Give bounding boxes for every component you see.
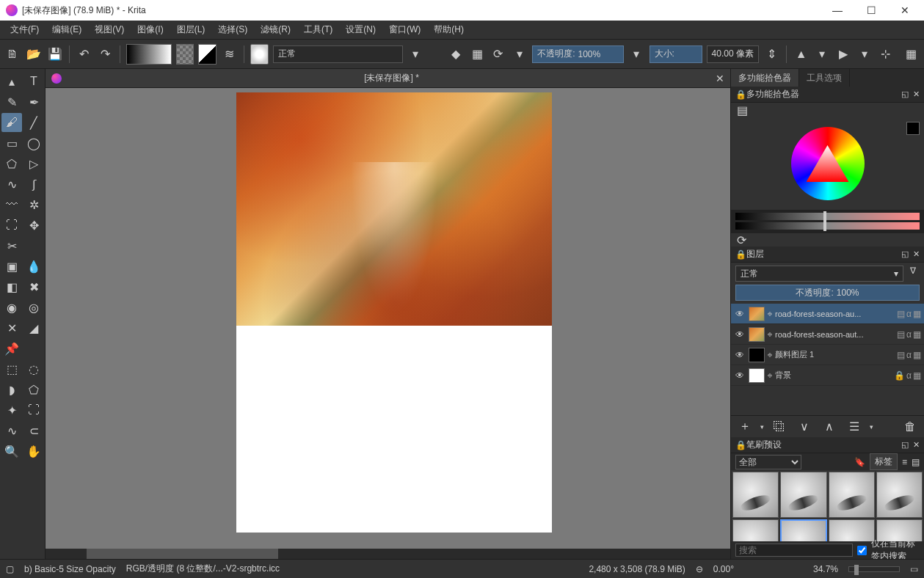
layer-props-icon[interactable]: ▤ bbox=[897, 309, 905, 319]
brush-category-select[interactable]: 全部 bbox=[735, 455, 801, 469]
smart-patch-tool[interactable]: ◉ bbox=[1, 298, 22, 317]
minimize-button[interactable]: — bbox=[827, 4, 848, 16]
tab-tool-options[interactable]: 工具选项 bbox=[799, 69, 850, 87]
menu-select[interactable]: 选择(S) bbox=[212, 21, 253, 38]
workspace-button[interactable]: ▦ bbox=[903, 45, 920, 64]
mirror-v-button[interactable]: ▶ bbox=[835, 45, 852, 64]
save-file-button[interactable]: 💾 bbox=[47, 45, 64, 64]
text-tool[interactable]: T bbox=[23, 72, 44, 91]
tag-label[interactable]: 标签 bbox=[870, 453, 898, 470]
zoom-slider[interactable] bbox=[848, 566, 900, 572]
new-file-button[interactable]: 🗎 bbox=[4, 45, 21, 64]
layer-name[interactable]: road-forest-season-au... bbox=[775, 310, 894, 318]
rotate-icon[interactable]: ⊖ bbox=[696, 564, 703, 574]
brush-preset[interactable] bbox=[876, 472, 923, 518]
menu-filter[interactable]: 滤镜(R) bbox=[255, 21, 297, 38]
mirror-h-button[interactable]: ▲ bbox=[793, 45, 810, 64]
redo-button[interactable]: ↷ bbox=[97, 45, 114, 64]
float-layers-icon[interactable]: ◱ bbox=[901, 249, 909, 259]
size-arrows-icon[interactable]: ⇕ bbox=[763, 45, 780, 64]
fill-tool[interactable]: ▣ bbox=[1, 257, 22, 276]
zoom-tool[interactable]: 🔍 bbox=[1, 442, 22, 461]
tag-icon[interactable]: 🔖 bbox=[854, 457, 865, 467]
close-tab-button[interactable]: ✕ bbox=[716, 73, 724, 84]
move-tool[interactable]: ▴ bbox=[1, 72, 22, 91]
assistant-tool[interactable]: ◎ bbox=[23, 298, 44, 317]
float-brush-icon[interactable]: ◱ bbox=[901, 440, 909, 450]
eraser-mode-button[interactable]: ◆ bbox=[448, 45, 465, 64]
similar-select-tool[interactable]: ⛶ bbox=[23, 400, 44, 420]
visibility-icon[interactable]: 👁 bbox=[734, 329, 746, 340]
multibrush-tool[interactable]: ✲ bbox=[23, 195, 44, 214]
select-mode-icon[interactable]: ▢ bbox=[6, 564, 14, 574]
reload-brush-button[interactable]: ⟳ bbox=[490, 45, 507, 64]
polygon-tool[interactable]: ⬠ bbox=[1, 154, 22, 173]
magic-wand-tool[interactable]: ✦ bbox=[1, 400, 22, 420]
menu-view[interactable]: 视图(V) bbox=[89, 21, 130, 38]
fg-bg-color-swatch[interactable] bbox=[198, 44, 217, 65]
brush-preset[interactable] bbox=[829, 519, 875, 541]
visibility-icon[interactable]: 👁 bbox=[734, 309, 746, 319]
layer-name[interactable]: 背景 bbox=[775, 370, 891, 381]
ellipse-select-tool[interactable]: ◌ bbox=[23, 359, 44, 378]
layer-row[interactable]: 👁 ⎆ 背景 🔒α▦ bbox=[731, 365, 924, 386]
menu-tools[interactable]: 工具(T) bbox=[298, 21, 338, 38]
blend-mode-select[interactable]: 正常 bbox=[273, 45, 403, 63]
brush-preset[interactable] bbox=[780, 519, 826, 541]
size-slider[interactable]: 大小: bbox=[650, 45, 702, 63]
blend-dropdown-icon[interactable]: ▾ bbox=[407, 45, 424, 64]
document-canvas[interactable] bbox=[236, 92, 552, 533]
freehand-path-tool[interactable]: ʃ bbox=[23, 175, 44, 194]
scrollbar-horizontal[interactable] bbox=[46, 549, 730, 559]
rect-select-tool[interactable]: ⬚ bbox=[1, 359, 22, 378]
document-tab[interactable]: [未保存图像] * ✕ bbox=[46, 69, 730, 88]
gradient-tool[interactable]: ◧ bbox=[1, 277, 22, 296]
layer-lock-icon[interactable]: 🔒 bbox=[894, 370, 905, 381]
zoom-fit-icon[interactable]: ▭ bbox=[910, 564, 918, 574]
list-view-icon[interactable]: ≡ bbox=[902, 457, 907, 467]
brush-preset[interactable] bbox=[829, 472, 875, 518]
delete-layer-button[interactable]: 🗑 bbox=[901, 417, 920, 436]
float-panel-icon[interactable]: ◱ bbox=[901, 89, 909, 99]
layer-filter-icon[interactable]: ∇ bbox=[906, 266, 920, 282]
layer-row[interactable]: 👁 ⎆ 颜料图层 1 ▤α▦ bbox=[731, 345, 924, 365]
mirror-dropdown-icon[interactable]: ▾ bbox=[814, 45, 831, 64]
canvas-viewport[interactable] bbox=[46, 88, 730, 549]
close-panel-icon[interactable]: ✕ bbox=[913, 89, 920, 99]
crop-tool[interactable]: ✂ bbox=[1, 236, 22, 255]
storage-icon[interactable]: ▤ bbox=[912, 457, 920, 467]
transform-tool[interactable]: ⛶ bbox=[1, 216, 22, 235]
layer-props-icon[interactable]: ▤ bbox=[897, 329, 905, 340]
lock-icon[interactable]: 🔒 bbox=[735, 249, 746, 260]
open-file-button[interactable]: 📂 bbox=[26, 45, 43, 64]
ellipse-tool[interactable]: ◯ bbox=[23, 133, 44, 153]
size-dropdown-icon[interactable]: ▾ bbox=[628, 45, 645, 64]
menu-window[interactable]: 窗口(W) bbox=[383, 21, 426, 38]
color-selector-widget[interactable] bbox=[731, 117, 924, 210]
menu-image[interactable]: 图像(I) bbox=[131, 21, 169, 38]
brush-search-input[interactable] bbox=[735, 544, 853, 557]
color-picker-tool[interactable]: 💧 bbox=[23, 257, 44, 276]
rect-tool[interactable]: ▭ bbox=[1, 133, 22, 153]
layer-row[interactable]: 👁 ⎆ road-forest-season-au... ▤α▦ bbox=[731, 304, 924, 324]
close-button[interactable]: ✕ bbox=[895, 4, 915, 16]
layer-props-icon[interactable]: ▤ bbox=[897, 350, 905, 360]
wrap-around-button[interactable]: ⊹ bbox=[877, 45, 894, 64]
poly-select-tool[interactable]: ⬠ bbox=[23, 380, 44, 399]
opacity-dropdown-icon[interactable]: ▾ bbox=[511, 45, 528, 64]
menu-settings[interactable]: 设置(N) bbox=[340, 21, 382, 38]
move-layer-down-button[interactable]: ∨ bbox=[795, 417, 814, 436]
calligraphy-tool[interactable]: ✒ bbox=[23, 92, 44, 111]
brush-preset[interactable] bbox=[732, 519, 779, 541]
opacity-slider[interactable]: 不透明度: 100% bbox=[532, 45, 624, 63]
bezier-select-tool[interactable]: ∿ bbox=[1, 421, 22, 440]
dynamic-brush-tool[interactable]: 〰 bbox=[1, 195, 22, 214]
brush-preview-icon[interactable] bbox=[250, 44, 269, 65]
menu-edit[interactable]: 编辑(E) bbox=[46, 21, 87, 38]
pattern-selector[interactable] bbox=[176, 44, 194, 65]
bezier-tool[interactable]: ∿ bbox=[1, 175, 22, 194]
refresh-history-icon[interactable]: ⟳ bbox=[735, 235, 747, 245]
visibility-icon[interactable]: 👁 bbox=[734, 350, 746, 360]
alpha-lock-button[interactable]: ▦ bbox=[469, 45, 486, 64]
menu-file[interactable]: 文件(F) bbox=[4, 21, 45, 38]
